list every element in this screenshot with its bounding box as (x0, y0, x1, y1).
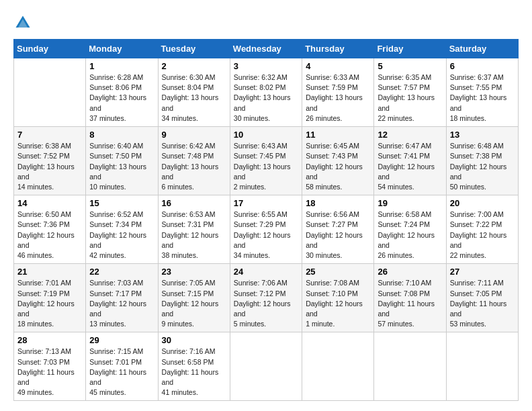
column-header-wednesday: Wednesday (230, 40, 302, 58)
calendar-cell: 25Sunrise: 7:08 AMSunset: 7:10 PMDayligh… (302, 264, 374, 332)
day-info: Sunrise: 6:30 AMSunset: 8:04 PMDaylight:… (162, 73, 226, 124)
day-number: 2 (162, 61, 226, 71)
day-number: 27 (450, 267, 515, 277)
day-number: 19 (378, 198, 442, 208)
day-number: 30 (162, 335, 226, 345)
day-info: Sunrise: 7:00 AMSunset: 7:22 PMDaylight:… (450, 210, 515, 261)
day-number: 28 (17, 335, 82, 345)
calendar-cell: 5Sunrise: 6:35 AMSunset: 7:57 PMDaylight… (374, 58, 446, 127)
week-row-4: 21Sunrise: 7:01 AMSunset: 7:19 PMDayligh… (14, 264, 519, 332)
calendar-cell: 30Sunrise: 7:16 AMSunset: 6:58 PMDayligh… (158, 332, 230, 401)
day-number: 17 (234, 198, 298, 208)
calendar-cell (374, 332, 446, 401)
day-number: 8 (89, 130, 154, 140)
day-number: 10 (234, 130, 298, 140)
calendar-cell: 17Sunrise: 6:55 AMSunset: 7:29 PMDayligh… (230, 195, 302, 264)
calendar-cell (230, 332, 302, 401)
column-header-friday: Friday (374, 40, 446, 58)
day-info: Sunrise: 6:38 AMSunset: 7:52 PMDaylight:… (17, 141, 82, 192)
day-number: 3 (234, 61, 298, 71)
day-info: Sunrise: 6:37 AMSunset: 7:55 PMDaylight:… (450, 73, 515, 124)
day-info: Sunrise: 6:48 AMSunset: 7:38 PMDaylight:… (450, 141, 515, 192)
day-info: Sunrise: 6:55 AMSunset: 7:29 PMDaylight:… (234, 210, 298, 261)
calendar-cell: 6Sunrise: 6:37 AMSunset: 7:55 PMDaylight… (446, 58, 518, 127)
week-row-3: 14Sunrise: 6:50 AMSunset: 7:36 PMDayligh… (14, 195, 519, 264)
day-info: Sunrise: 6:40 AMSunset: 7:50 PMDaylight:… (89, 141, 154, 192)
calendar-cell: 13Sunrise: 6:48 AMSunset: 7:38 PMDayligh… (446, 127, 518, 195)
calendar-cell: 15Sunrise: 6:52 AMSunset: 7:34 PMDayligh… (86, 195, 158, 264)
calendar-cell: 21Sunrise: 7:01 AMSunset: 7:19 PMDayligh… (14, 264, 86, 332)
day-headers-row: SundayMondayTuesdayWednesdayThursdayFrid… (14, 40, 519, 58)
calendar-cell: 1Sunrise: 6:28 AMSunset: 8:06 PMDaylight… (86, 58, 158, 127)
day-number: 18 (306, 198, 370, 208)
day-info: Sunrise: 7:03 AMSunset: 7:17 PMDaylight:… (89, 278, 154, 329)
calendar-cell: 16Sunrise: 6:53 AMSunset: 7:31 PMDayligh… (158, 195, 230, 264)
day-info: Sunrise: 6:47 AMSunset: 7:41 PMDaylight:… (378, 141, 442, 192)
day-number: 14 (17, 198, 82, 208)
week-row-5: 28Sunrise: 7:13 AMSunset: 7:03 PMDayligh… (14, 332, 519, 401)
column-header-monday: Monday (86, 40, 158, 58)
day-number: 13 (450, 130, 515, 140)
day-number: 22 (89, 267, 154, 277)
calendar-cell (14, 58, 86, 127)
day-number: 16 (162, 198, 226, 208)
day-number: 6 (450, 61, 515, 71)
page-header (13, 13, 519, 32)
day-info: Sunrise: 7:13 AMSunset: 7:03 PMDaylight:… (17, 347, 82, 398)
day-info: Sunrise: 6:33 AMSunset: 7:59 PMDaylight:… (306, 73, 370, 124)
calendar-cell: 10Sunrise: 6:43 AMSunset: 7:45 PMDayligh… (230, 127, 302, 195)
day-info: Sunrise: 7:06 AMSunset: 7:12 PMDaylight:… (234, 278, 298, 329)
day-info: Sunrise: 6:56 AMSunset: 7:27 PMDaylight:… (306, 210, 370, 261)
logo (13, 13, 35, 32)
day-info: Sunrise: 7:16 AMSunset: 6:58 PMDaylight:… (162, 347, 226, 398)
calendar-cell: 24Sunrise: 7:06 AMSunset: 7:12 PMDayligh… (230, 264, 302, 332)
calendar-cell: 11Sunrise: 6:45 AMSunset: 7:43 PMDayligh… (302, 127, 374, 195)
calendar-cell: 3Sunrise: 6:32 AMSunset: 8:02 PMDaylight… (230, 58, 302, 127)
calendar-cell: 27Sunrise: 7:11 AMSunset: 7:05 PMDayligh… (446, 264, 518, 332)
day-number: 29 (89, 335, 154, 345)
day-number: 7 (17, 130, 82, 140)
day-number: 15 (89, 198, 154, 208)
calendar-cell: 4Sunrise: 6:33 AMSunset: 7:59 PMDaylight… (302, 58, 374, 127)
calendar-cell: 12Sunrise: 6:47 AMSunset: 7:41 PMDayligh… (374, 127, 446, 195)
week-row-1: 1Sunrise: 6:28 AMSunset: 8:06 PMDaylight… (14, 58, 519, 127)
week-row-2: 7Sunrise: 6:38 AMSunset: 7:52 PMDaylight… (14, 127, 519, 195)
calendar-cell: 29Sunrise: 7:15 AMSunset: 7:01 PMDayligh… (86, 332, 158, 401)
column-header-sunday: Sunday (14, 40, 86, 58)
calendar-cell: 9Sunrise: 6:42 AMSunset: 7:48 PMDaylight… (158, 127, 230, 195)
calendar-cell: 14Sunrise: 6:50 AMSunset: 7:36 PMDayligh… (14, 195, 86, 264)
day-info: Sunrise: 6:50 AMSunset: 7:36 PMDaylight:… (17, 210, 82, 261)
day-info: Sunrise: 6:43 AMSunset: 7:45 PMDaylight:… (234, 141, 298, 192)
calendar-cell: 19Sunrise: 6:58 AMSunset: 7:24 PMDayligh… (374, 195, 446, 264)
day-info: Sunrise: 7:01 AMSunset: 7:19 PMDaylight:… (17, 278, 82, 329)
day-number: 4 (306, 61, 370, 71)
day-number: 20 (450, 198, 515, 208)
calendar-cell: 2Sunrise: 6:30 AMSunset: 8:04 PMDaylight… (158, 58, 230, 127)
day-number: 25 (306, 267, 370, 277)
calendar-cell: 20Sunrise: 7:00 AMSunset: 7:22 PMDayligh… (446, 195, 518, 264)
day-info: Sunrise: 6:32 AMSunset: 8:02 PMDaylight:… (234, 73, 298, 124)
day-number: 12 (378, 130, 442, 140)
day-number: 23 (162, 267, 226, 277)
day-info: Sunrise: 6:52 AMSunset: 7:34 PMDaylight:… (89, 210, 154, 261)
day-number: 11 (306, 130, 370, 140)
day-number: 9 (162, 130, 226, 140)
day-info: Sunrise: 7:05 AMSunset: 7:15 PMDaylight:… (162, 278, 226, 329)
day-info: Sunrise: 6:35 AMSunset: 7:57 PMDaylight:… (378, 73, 442, 124)
day-info: Sunrise: 6:53 AMSunset: 7:31 PMDaylight:… (162, 210, 226, 261)
calendar-cell: 28Sunrise: 7:13 AMSunset: 7:03 PMDayligh… (14, 332, 86, 401)
column-header-thursday: Thursday (302, 40, 374, 58)
calendar-cell (302, 332, 374, 401)
calendar-cell (446, 332, 518, 401)
column-header-saturday: Saturday (446, 40, 518, 58)
calendar-cell: 7Sunrise: 6:38 AMSunset: 7:52 PMDaylight… (14, 127, 86, 195)
day-info: Sunrise: 6:58 AMSunset: 7:24 PMDaylight:… (378, 210, 442, 261)
column-header-tuesday: Tuesday (158, 40, 230, 58)
calendar-cell: 22Sunrise: 7:03 AMSunset: 7:17 PMDayligh… (86, 264, 158, 332)
day-info: Sunrise: 6:42 AMSunset: 7:48 PMDaylight:… (162, 141, 226, 192)
day-number: 26 (378, 267, 442, 277)
day-info: Sunrise: 6:28 AMSunset: 8:06 PMDaylight:… (89, 73, 154, 124)
logo-icon (13, 13, 32, 32)
day-number: 21 (17, 267, 82, 277)
day-info: Sunrise: 7:10 AMSunset: 7:08 PMDaylight:… (378, 278, 442, 329)
